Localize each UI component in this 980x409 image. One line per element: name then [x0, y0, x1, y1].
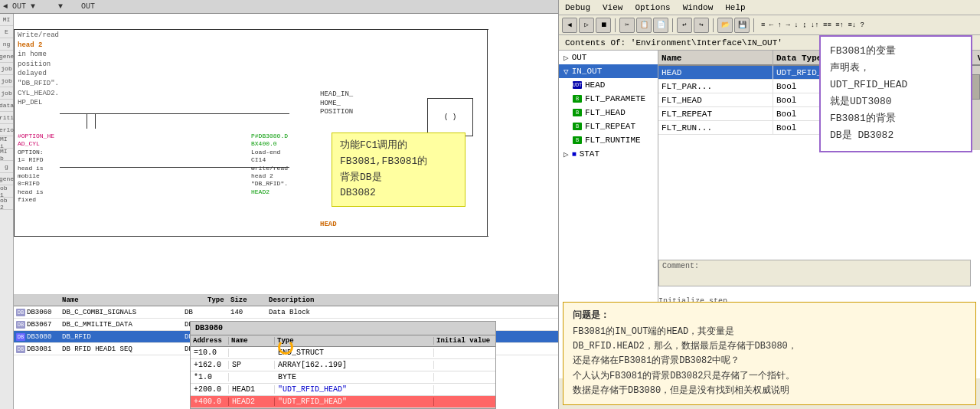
power-rail-left — [14, 29, 15, 236]
tree-item-out[interactable]: ▷ OUT — [559, 51, 658, 64]
tree-expand-out: ▷ — [564, 53, 569, 63]
tree-expand-stat: ▷ — [564, 149, 569, 159]
toolbar-sep-3 — [713, 18, 714, 32]
db-icon: DB — [16, 309, 25, 316]
toolbar-extra: ≡ ← ↑ → ↓ ↨ ↓↑ ≡≡ ≡↑ ≡↓ ? — [758, 21, 867, 29]
tree-item-in-out[interactable]: ▽ IN_OUT — [559, 64, 658, 78]
annotation-fc1: 功能FC1调用的 FB3081,FB3081的 背景DB是 DB3082 — [332, 133, 466, 207]
db3060-row[interactable]: DB DB3060 DB_C_COMBI_SIGNALS DB 140 Data… — [14, 306, 558, 319]
struct-row-head2[interactable]: +400.0 HEAD2 "UDT_RFID_HEAD" — [191, 396, 495, 408]
side-labels: MI E ng gene job job job data 'ritin erl… — [0, 14, 14, 409]
option-block: #OPTION_HE AD_CYL OPTION: 1= RIFD head i… — [18, 133, 54, 204]
toolbar-btn-4[interactable]: ✂ — [619, 18, 635, 33]
side-label-job2: job — [0, 75, 13, 87]
toolbar-btn-1[interactable]: ◀ — [562, 18, 577, 33]
menu-debug[interactable]: Debug — [565, 3, 590, 12]
annotation-fb3081-var: FB3081的变量 声明表， UDT_RFID_HEAD 就是UDT3080 F… — [819, 35, 972, 152]
col-header-name: Name — [658, 51, 773, 66]
tree-item-flt-param[interactable]: B FLT_PARAMETE — [559, 92, 658, 106]
tree-bool-icon-2: B — [573, 109, 582, 116]
left-panel: ◄ OUT ▼ ▼ OUT MI E ng gene job job job d… — [0, 0, 559, 409]
side-label-mi: MI — [0, 14, 13, 26]
side-label-ng: ng — [0, 38, 13, 51]
tree-label-out: OUT — [572, 53, 587, 62]
side-label-gene: gene — [0, 51, 13, 63]
main-container: ◄ OUT ▼ ▼ OUT MI E ng gene job job job d… — [0, 0, 980, 409]
side-label-ritin: 'ritin — [0, 112, 13, 124]
cell-name-flt-run: FLT_RUN... — [658, 121, 773, 135]
menu-bar: Debug View Options Window Help — [559, 0, 980, 15]
side-label-mi3: MI b — [0, 149, 13, 161]
db-icon-2: DB — [16, 321, 25, 329]
tree-expand-in-out: ▽ — [564, 67, 569, 77]
tree-db-icon-head: UDT — [573, 81, 582, 89]
block-list-header: Name Type Size Description — [14, 294, 558, 306]
tree-bool-icon-3: B — [573, 123, 582, 130]
cell-name-flt-par: FLT_PAR... — [658, 80, 773, 93]
tree-label-stat: STAT — [580, 149, 599, 159]
power-rail-top — [14, 29, 488, 30]
tree-label-flt-head: FLT_HEAD — [585, 108, 626, 117]
tree-label-flt-runtime: FLT_RUNTIME — [585, 136, 641, 145]
tree-label-in-out: IN_OUT — [572, 67, 603, 76]
stat-icon: ■ — [572, 150, 577, 159]
scrollbar-thumb[interactable] — [972, 74, 980, 100]
toolbar-sep-4 — [753, 18, 754, 32]
right-panel: Debug View Options Window Help ◀ ▷ ⏹ ✂ 📋… — [559, 0, 980, 409]
menu-options[interactable]: Options — [635, 3, 670, 12]
toolbar: ◀ ▷ ⏹ ✂ 📋 📄 ↩ ↪ 📂 💾 ≡ ← ↑ → ↓ ↨ ↓↑ ≡≡ ≡↑… — [559, 15, 980, 35]
toolbar-btn-7[interactable]: ↩ — [677, 18, 692, 33]
spinner-icon — [278, 339, 293, 357]
tree-item-flt-head[interactable]: B FLT_HEAD — [559, 106, 658, 119]
toolbar-btn-5[interactable]: 📋 — [636, 18, 652, 33]
toolbar-btn-2[interactable]: ▷ — [579, 18, 594, 33]
comment-block: Write/read head 2 in home position delay… — [18, 31, 59, 108]
contents-path: Contents Of: 'Environment\Interface\IN_O… — [565, 38, 782, 47]
comment-label: Comment: — [662, 262, 967, 270]
side-label-job3: job — [0, 87, 13, 100]
tree-label-head: HEAD — [585, 80, 605, 90]
db-icon-3: DB — [16, 333, 25, 341]
comment-area: Comment: — [658, 260, 971, 286]
struct-table: DB3080 Address Name Type Initial value =… — [190, 321, 496, 409]
toolbar-btn-10[interactable]: 💾 — [734, 18, 750, 33]
tree-bool-icon-1: B — [573, 95, 582, 103]
db-icon-4: DB — [16, 345, 25, 353]
ladder-content: Write/read head 2 in home position delay… — [14, 14, 558, 409]
toolbar-btn-6[interactable]: 📄 — [653, 18, 668, 33]
struct-row-3[interactable]: +200.0 HEAD1 "UDT_RFID_HEAD" — [191, 384, 495, 396]
head-in-label: HEAD_IN_ HOME_ POSITION — [320, 90, 353, 117]
tree-item-flt-repeat[interactable]: B FLT_REPEAT — [559, 119, 658, 133]
side-label-e: E — [0, 26, 13, 38]
struct-table-title: DB3080 — [191, 322, 495, 335]
contact-1 — [87, 106, 96, 129]
side-label-job: job — [0, 63, 13, 75]
pdb-block: P#DB3080.D BX400.0 Load-end CI14 write/r… — [251, 133, 288, 196]
head-label2: HEAD — [320, 221, 337, 228]
top-bar-text: ◄ OUT ▼ ▼ OUT — [3, 2, 95, 11]
toolbar-btn-3[interactable]: ⏹ — [596, 18, 611, 33]
top-bar: ◄ OUT ▼ ▼ OUT — [0, 0, 558, 14]
cell-name-head: HEAD — [658, 66, 773, 80]
power-rail-bottom — [14, 236, 488, 237]
menu-window[interactable]: Window — [683, 3, 714, 12]
struct-row-2[interactable]: *1.0 BYTE — [191, 371, 495, 384]
toolbar-btn-9[interactable]: 📂 — [717, 18, 733, 33]
tree-label-flt-repeat: FLT_REPEAT — [585, 122, 635, 131]
tree-item-stat[interactable]: ▷ ■ STAT — [559, 147, 658, 161]
struct-row-0[interactable]: =10.0 END_STRUCT — [191, 347, 495, 359]
toolbar-sep-1 — [615, 18, 616, 32]
toolbar-sep-2 — [672, 18, 673, 32]
cell-name-flt-repeat: FLT_REPEAT — [658, 107, 773, 121]
side-label-ob2: ob 2 — [0, 198, 13, 210]
annotation-question: 问题是： FB3081的IN_OUT端的HEAD，其变量是 DB_RFID.HE… — [563, 302, 976, 405]
menu-help[interactable]: Help — [725, 3, 745, 12]
side-label-data: data — [0, 100, 13, 112]
toolbar-btn-8[interactable]: ↪ — [694, 18, 709, 33]
menu-view[interactable]: View — [603, 3, 622, 12]
tree-item-flt-runtime[interactable]: B FLT_RUNTIME — [559, 133, 658, 147]
power-rail-right — [487, 29, 488, 236]
struct-row-1[interactable]: +162.0 SP ARRAY[162..199] — [191, 359, 495, 371]
side-label-g2: g — [0, 161, 13, 173]
tree-item-head[interactable]: UDT HEAD — [559, 78, 658, 92]
